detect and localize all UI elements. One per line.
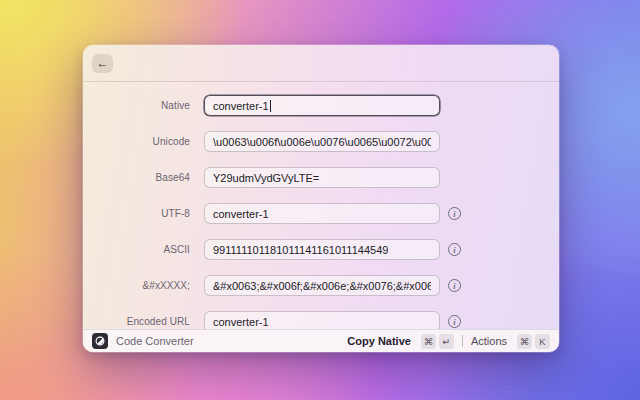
- utf8-input[interactable]: converter-1: [204, 203, 440, 224]
- field-label: &#xXXXX;: [92, 280, 190, 291]
- text-caret: [270, 100, 271, 112]
- hex-entity-input[interactable]: &#x0063;&#x006f;&#x006e;&#x0076;&#x0065;…: [204, 275, 440, 296]
- field-value: &#x0063;&#x006f;&#x006e;&#x0076;&#x0065;…: [213, 280, 431, 292]
- info-icon[interactable]: i: [448, 207, 461, 220]
- form-row-base64: Base64 Y29udmVydGVyLTE=: [92, 167, 559, 188]
- field-label: ASCII: [92, 244, 190, 255]
- back-arrow-icon: ←: [97, 56, 109, 70]
- app-name-label: Code Converter: [116, 335, 194, 347]
- info-icon[interactable]: i: [448, 315, 461, 328]
- cmd-key-icon: ⌘: [421, 334, 436, 349]
- form-row-unicode: Unicode \u0063\u006f\u006e\u0076\u0065\u…: [92, 131, 559, 152]
- field-label: UTF-8: [92, 208, 190, 219]
- actions-button[interactable]: Actions: [471, 335, 507, 347]
- window-titlebar: ←: [83, 45, 559, 82]
- field-value: Y29udmVydGVyLTE=: [213, 172, 319, 184]
- converter-form: Native converter-1 Unicode \u0063\u006f\…: [83, 82, 559, 329]
- encoded-url-input[interactable]: converter-1: [204, 311, 440, 329]
- form-row-encoded-url: Encoded URL converter-1 i: [92, 311, 559, 329]
- field-value: \u0063\u006f\u006e\u0076\u0065\u0072\u00…: [213, 136, 431, 148]
- field-label: Unicode: [92, 136, 190, 147]
- form-row-utf8: UTF-8 converter-1 i: [92, 203, 559, 224]
- return-key-icon: ↵: [439, 334, 454, 349]
- base64-input[interactable]: Y29udmVydGVyLTE=: [204, 167, 440, 188]
- footer-divider: [462, 335, 463, 347]
- field-label: Base64: [92, 172, 190, 183]
- field-label: Native: [92, 100, 190, 111]
- native-input[interactable]: converter-1: [204, 95, 440, 116]
- form-row-ascii: ASCII 991111101181011141161011144549 i: [92, 239, 559, 260]
- field-value: converter-1: [213, 208, 269, 220]
- field-label: Encoded URL: [92, 316, 190, 327]
- info-icon[interactable]: i: [448, 279, 461, 292]
- copy-native-button[interactable]: Copy Native: [347, 335, 411, 347]
- unicode-input[interactable]: \u0063\u006f\u006e\u0076\u0065\u0072\u00…: [204, 131, 440, 152]
- k-key-icon: K: [535, 334, 550, 349]
- action-bar: Code Converter Copy Native ⌘ ↵ Actions ⌘…: [83, 329, 559, 352]
- code-converter-logo-icon: [92, 333, 108, 349]
- field-value: 991111101181011141161011144549: [213, 244, 388, 256]
- back-button[interactable]: ←: [92, 54, 113, 73]
- form-row-native: Native converter-1: [92, 95, 559, 116]
- field-value: converter-1: [213, 100, 269, 112]
- ascii-input[interactable]: 991111101181011141161011144549: [204, 239, 440, 260]
- code-converter-window: ← Native converter-1 Unicode \u0063\u006…: [83, 45, 559, 352]
- form-row-hex-entity: &#xXXXX; &#x0063;&#x006f;&#x006e;&#x0076…: [92, 275, 559, 296]
- info-icon[interactable]: i: [448, 243, 461, 256]
- field-value: converter-1: [213, 316, 269, 328]
- cmd-key-icon: ⌘: [517, 334, 532, 349]
